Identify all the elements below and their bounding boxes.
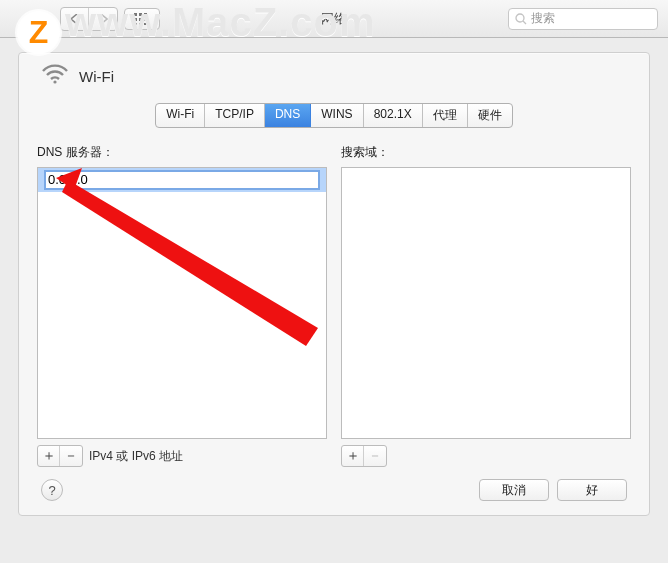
settings-panel: Wi-Fi Wi-Fi TCP/IP DNS WINS 802.1X 代理 硬件… <box>18 52 650 516</box>
tab-wins[interactable]: WINS <box>311 104 363 127</box>
dns-add-button[interactable]: ＋ <box>38 446 60 466</box>
tab-hardware[interactable]: 硬件 <box>468 104 512 127</box>
svg-point-11 <box>53 80 56 83</box>
tab-wifi[interactable]: Wi-Fi <box>156 104 205 127</box>
svg-point-9 <box>516 14 524 22</box>
dns-servers-list[interactable]: 0.0.0.0 <box>37 167 327 439</box>
dns-hint: IPv4 或 IPv6 地址 <box>89 448 183 465</box>
tab-proxy[interactable]: 代理 <box>423 104 468 127</box>
search-domain-remove-button[interactable]: － <box>364 446 386 466</box>
columns: DNS 服务器： 0.0.0.0 ＋ － IPv4 或 IPv6 地址 搜索域： <box>37 144 631 467</box>
dns-servers-column: DNS 服务器： 0.0.0.0 ＋ － IPv4 或 IPv6 地址 <box>37 144 327 467</box>
tab-8021x[interactable]: 802.1X <box>364 104 423 127</box>
search-placeholder: 搜索 <box>531 10 555 27</box>
help-button[interactable]: ? <box>41 479 63 501</box>
dns-entry-row[interactable]: 0.0.0.0 <box>38 168 326 192</box>
dns-remove-button[interactable]: － <box>60 446 82 466</box>
tabs-row: Wi-Fi TCP/IP DNS WINS 802.1X 代理 硬件 <box>37 103 631 128</box>
search-icon <box>515 13 527 25</box>
search-domains-list[interactable] <box>341 167 631 439</box>
content: Wi-Fi Wi-Fi TCP/IP DNS WINS 802.1X 代理 硬件… <box>0 38 668 530</box>
macz-logo: Z <box>17 11 60 54</box>
wifi-label: Wi-Fi <box>79 68 114 85</box>
svg-line-10 <box>523 21 526 24</box>
ok-button[interactable]: 好 <box>557 479 627 501</box>
footer: ? 取消 好 <box>37 467 631 501</box>
tab-dns[interactable]: DNS <box>265 104 311 127</box>
watermark-text: www.MacZ.com <box>65 0 376 45</box>
dns-servers-label: DNS 服务器： <box>37 144 327 161</box>
search-domains-add-remove: ＋ － <box>341 445 631 467</box>
wifi-icon <box>41 63 69 89</box>
cancel-button[interactable]: 取消 <box>479 479 549 501</box>
search-domains-column: 搜索域： ＋ － <box>341 144 631 467</box>
wifi-header: Wi-Fi <box>37 63 631 95</box>
search-domains-label: 搜索域： <box>341 144 631 161</box>
search-input[interactable]: 搜索 <box>508 8 658 30</box>
segmented-tabs: Wi-Fi TCP/IP DNS WINS 802.1X 代理 硬件 <box>155 103 512 128</box>
dns-entry-input[interactable]: 0.0.0.0 <box>44 170 320 190</box>
dns-add-remove: ＋ － IPv4 或 IPv6 地址 <box>37 445 327 467</box>
search-domain-add-button[interactable]: ＋ <box>342 446 364 466</box>
tab-tcpip[interactable]: TCP/IP <box>205 104 265 127</box>
